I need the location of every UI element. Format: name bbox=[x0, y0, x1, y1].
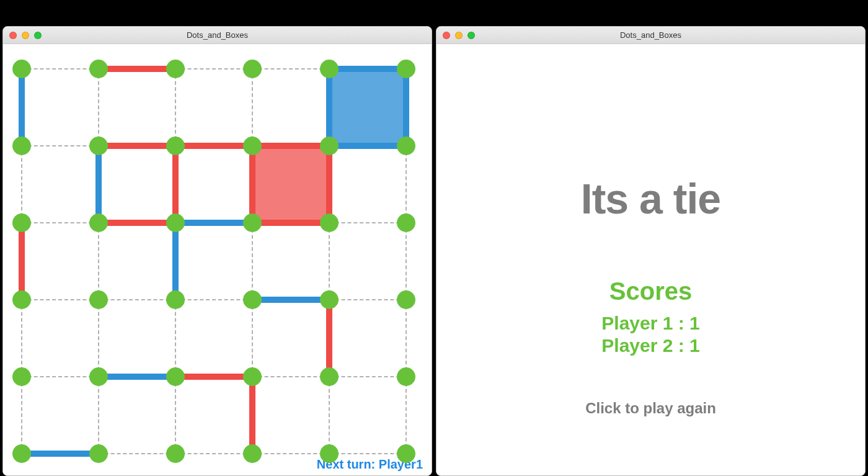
edge-horizontal-empty[interactable] bbox=[329, 453, 406, 454]
grid-dot bbox=[243, 290, 262, 309]
edge-vertical-empty[interactable] bbox=[252, 223, 253, 300]
grid-dot bbox=[166, 137, 185, 155]
grid-dot bbox=[397, 367, 415, 386]
edge-horizontal-empty[interactable] bbox=[22, 68, 99, 70]
edge-vertical-empty[interactable] bbox=[98, 69, 99, 146]
grid-dot bbox=[243, 60, 262, 78]
window-titlebar[interactable]: Dots_and_Boxes bbox=[3, 27, 432, 44]
grid-dot bbox=[12, 137, 31, 155]
grid-dot bbox=[397, 60, 415, 78]
edge-vertical-empty[interactable] bbox=[21, 377, 22, 454]
window-titlebar[interactable]: Dots_and_Boxes bbox=[436, 27, 865, 44]
grid-dot bbox=[12, 367, 31, 386]
grid-dot bbox=[320, 213, 339, 232]
minimize-icon[interactable] bbox=[22, 32, 29, 39]
game-window: Dots_and_Boxes Next turn: Player1 bbox=[2, 26, 432, 476]
game-content: Next turn: Player1 bbox=[3, 44, 432, 475]
grid-dot bbox=[243, 137, 262, 155]
grid-dot bbox=[397, 290, 415, 309]
play-again-button[interactable]: Click to play again bbox=[585, 400, 716, 417]
scores-heading: Scores bbox=[609, 277, 692, 305]
grid-dot bbox=[397, 444, 415, 463]
grid-dot bbox=[397, 213, 415, 232]
edge-vertical-empty[interactable] bbox=[405, 223, 407, 300]
edge-vertical-empty[interactable] bbox=[252, 300, 253, 377]
grid-dot bbox=[89, 137, 108, 155]
edge-horizontal-empty[interactable] bbox=[329, 376, 406, 377]
edge-vertical-empty[interactable] bbox=[21, 146, 22, 223]
grid-dot bbox=[89, 60, 108, 78]
grid-dot bbox=[320, 137, 339, 155]
edge-vertical-empty[interactable] bbox=[21, 300, 22, 377]
edge-horizontal-empty[interactable] bbox=[22, 299, 99, 300]
edge-vertical-empty[interactable] bbox=[405, 146, 407, 223]
grid-dot bbox=[320, 367, 339, 386]
grid-dot bbox=[166, 367, 185, 386]
edge-horizontal bbox=[252, 297, 329, 303]
edge-horizontal-empty[interactable] bbox=[22, 376, 99, 377]
grid-dot bbox=[166, 60, 185, 78]
edge-horizontal-empty[interactable] bbox=[252, 453, 329, 454]
grid-dot bbox=[243, 213, 262, 232]
edge-vertical-empty[interactable] bbox=[175, 69, 176, 146]
edge-horizontal-empty[interactable] bbox=[329, 222, 406, 223]
captured-box bbox=[332, 71, 404, 143]
edge-vertical bbox=[95, 146, 102, 223]
edge-horizontal-empty[interactable] bbox=[22, 222, 99, 223]
edge-horizontal-empty[interactable] bbox=[252, 376, 329, 377]
edge-horizontal bbox=[329, 66, 406, 72]
edge-horizontal bbox=[22, 451, 99, 457]
grid-dot bbox=[12, 60, 31, 78]
edge-vertical bbox=[19, 69, 25, 146]
edge-horizontal-empty[interactable] bbox=[175, 299, 252, 300]
edge-horizontal bbox=[329, 143, 406, 149]
edge-horizontal-empty[interactable] bbox=[22, 145, 99, 146]
edge-horizontal bbox=[175, 220, 252, 226]
edge-vertical-empty[interactable] bbox=[175, 300, 176, 377]
edge-vertical-empty[interactable] bbox=[329, 223, 330, 300]
grid-dot bbox=[12, 213, 31, 232]
edge-vertical bbox=[403, 69, 409, 146]
edge-horizontal-empty[interactable] bbox=[99, 299, 175, 300]
edge-horizontal-empty[interactable] bbox=[175, 68, 252, 70]
grid-dot bbox=[89, 367, 108, 386]
edge-horizontal-empty[interactable] bbox=[99, 453, 175, 454]
zoom-icon[interactable] bbox=[34, 32, 42, 39]
minimize-icon[interactable] bbox=[455, 32, 463, 39]
window-controls bbox=[3, 32, 42, 39]
edge-vertical-empty[interactable] bbox=[175, 377, 176, 454]
edge-vertical-empty[interactable] bbox=[329, 377, 330, 454]
edge-vertical bbox=[326, 146, 332, 223]
edge-vertical-empty[interactable] bbox=[98, 223, 99, 300]
edge-horizontal bbox=[99, 66, 175, 72]
grid-dot bbox=[12, 444, 31, 463]
grid-dot bbox=[320, 290, 339, 309]
edge-vertical bbox=[326, 300, 332, 377]
edge-horizontal-empty[interactable] bbox=[252, 68, 329, 70]
grid-dot bbox=[166, 290, 185, 309]
grid-dot bbox=[166, 213, 185, 232]
game-board[interactable] bbox=[22, 69, 406, 454]
edge-horizontal bbox=[99, 374, 175, 380]
window-title: Dots_and_Boxes bbox=[436, 30, 865, 40]
captured-box bbox=[255, 148, 327, 220]
grid-dot bbox=[243, 444, 262, 463]
edge-vertical-empty[interactable] bbox=[405, 300, 407, 377]
edge-vertical bbox=[172, 146, 179, 223]
result-content: Its a tie Scores Player 1 : 1 Player 2 :… bbox=[436, 44, 865, 475]
edge-horizontal-empty[interactable] bbox=[175, 453, 252, 454]
edge-vertical-empty[interactable] bbox=[98, 377, 99, 454]
edge-vertical-empty[interactable] bbox=[405, 377, 407, 454]
edge-horizontal bbox=[175, 374, 252, 380]
grid-dot bbox=[89, 444, 108, 463]
edge-horizontal-empty[interactable] bbox=[329, 299, 406, 300]
edge-vertical-empty[interactable] bbox=[252, 69, 253, 146]
zoom-icon[interactable] bbox=[467, 32, 475, 39]
score-player2: Player 2 : 1 bbox=[601, 335, 699, 356]
edge-vertical-empty[interactable] bbox=[98, 300, 99, 377]
close-icon[interactable] bbox=[443, 32, 450, 39]
result-headline: Its a tie bbox=[581, 174, 720, 223]
grid-dot bbox=[397, 137, 415, 155]
close-icon[interactable] bbox=[9, 32, 17, 39]
grid-dot bbox=[166, 444, 185, 463]
